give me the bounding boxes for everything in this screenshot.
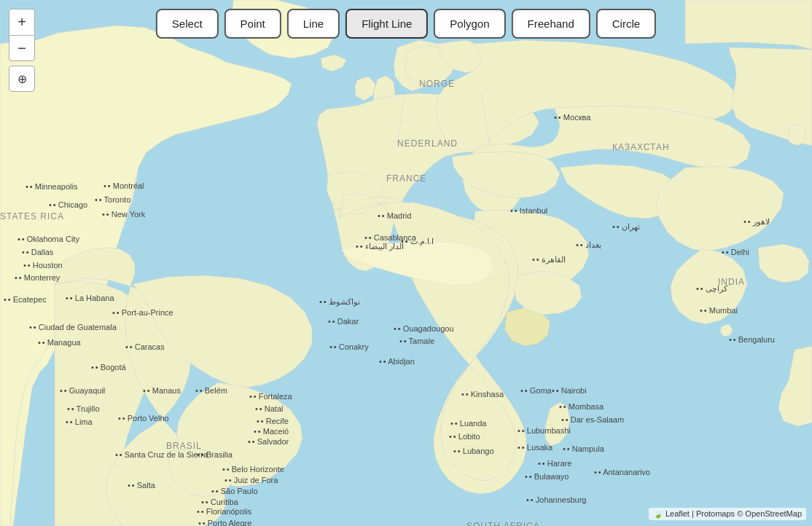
compass-button[interactable]: ⊕ — [9, 66, 35, 92]
svg-point-4 — [254, 145, 256, 146]
toolbar: SelectPointLineFlight LinePolygonFreehan… — [156, 9, 656, 39]
tool-btn-point[interactable]: Point — [225, 9, 281, 39]
leaflet-icon: 🍃 — [653, 509, 663, 518]
tool-btn-flight-line[interactable]: Flight Line — [346, 9, 428, 39]
tool-btn-freehand[interactable]: Freehand — [512, 9, 590, 39]
zoom-controls: + − — [9, 9, 35, 61]
map-svg — [0, 0, 812, 526]
leaflet-text: Leaflet — [665, 509, 690, 518]
tool-btn-select[interactable]: Select — [156, 9, 219, 39]
attribution-separator2: © — [737, 509, 745, 518]
svg-point-3 — [145, 109, 147, 110]
map-container: SelectPointLineFlight LinePolygonFreehan… — [0, 0, 812, 526]
attribution: 🍃 Leaflet | Protomaps © OpenStreetMap — [649, 508, 806, 520]
tool-btn-polygon[interactable]: Polygon — [434, 9, 505, 39]
zoom-out-button[interactable]: − — [9, 35, 35, 61]
svg-point-5 — [655, 327, 657, 329]
tool-btn-line[interactable]: Line — [287, 9, 340, 39]
tool-btn-circle[interactable]: Circle — [596, 9, 656, 39]
protomaps-text: Protomaps — [696, 509, 735, 518]
osm-text: OpenStreetMap — [745, 509, 802, 518]
compass-icon: ⊕ — [17, 72, 27, 86]
zoom-in-button[interactable]: + — [9, 9, 35, 35]
